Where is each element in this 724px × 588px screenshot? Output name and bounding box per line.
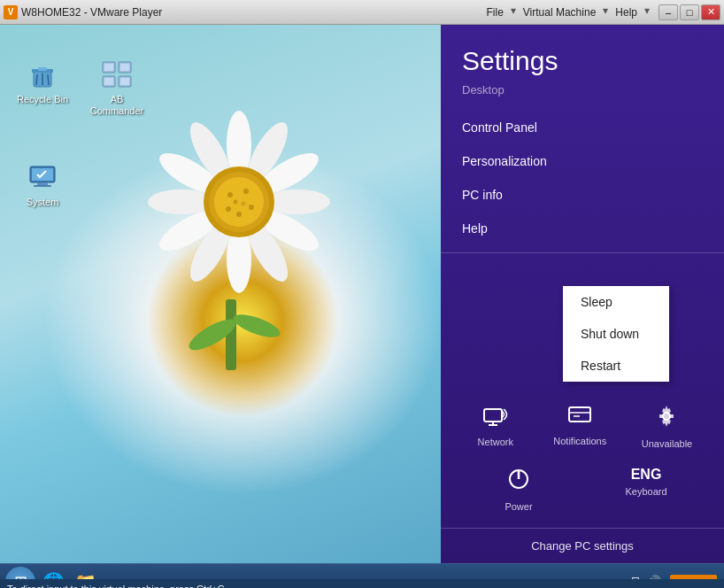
settings-title: Settings xyxy=(441,25,724,83)
keyboard-label: Keyboard xyxy=(625,486,666,497)
network-button[interactable]: Network xyxy=(467,398,524,453)
help-menu[interactable]: Help xyxy=(610,4,643,20)
status-text: To direct input to this virtual machine,… xyxy=(7,584,227,588)
gear-icon xyxy=(654,404,679,435)
power-keyboard-row: Power ENG Keyboard xyxy=(441,461,724,524)
vm-menu[interactable]: Virtual Machine xyxy=(518,4,602,20)
keyboard-icon: ENG xyxy=(631,467,662,483)
svg-rect-44 xyxy=(484,409,502,422)
change-pc-settings[interactable]: Change PC settings xyxy=(441,528,724,563)
svg-rect-35 xyxy=(120,64,129,71)
svg-line-29 xyxy=(36,74,37,85)
unavailable-button[interactable]: Unavailable xyxy=(636,398,697,454)
status-bar: To direct input to this virtual machine,… xyxy=(0,579,724,588)
settings-panel: Settings Desktop Control Panel Personali… xyxy=(441,25,724,563)
recycle-bin-icon[interactable]: Recycle Bin xyxy=(11,53,74,109)
svg-rect-43 xyxy=(34,185,51,187)
control-panel-item[interactable]: Control Panel xyxy=(441,111,724,144)
svg-rect-28 xyxy=(38,67,47,71)
ab-commander-label: AB Commander xyxy=(90,94,144,117)
main-content: Recycle Bin AB Commander xyxy=(0,25,724,563)
recycle-bin-label: Recycle Bin xyxy=(17,94,68,105)
notifications-button[interactable]: Notifications xyxy=(548,398,612,452)
svg-point-25 xyxy=(242,202,246,206)
window-title: W8HOME32 - VMware Player xyxy=(21,6,481,19)
power-label: Power xyxy=(504,501,532,512)
notifications-icon xyxy=(567,404,592,432)
menu-bar: File ▾ Virtual Machine ▾ Help ▾ xyxy=(481,4,650,20)
svg-point-22 xyxy=(236,212,242,217)
system-icon[interactable]: System xyxy=(11,156,74,212)
notifications-label: Notifications xyxy=(553,436,606,446)
svg-point-21 xyxy=(249,205,254,210)
window-controls: – □ ✕ xyxy=(659,4,720,20)
system-image xyxy=(25,159,60,195)
taskbar-container: ⊞ 🌐 📁 🖥 🔊 vmware To direct input to this… xyxy=(0,563,724,588)
vmware-icon: V xyxy=(4,5,18,19)
desktop: Recycle Bin AB Commander xyxy=(0,25,441,563)
ab-commander-icon[interactable]: AB Commander xyxy=(85,53,149,120)
svg-line-31 xyxy=(48,74,49,85)
svg-rect-39 xyxy=(120,78,129,85)
svg-rect-47 xyxy=(569,407,590,422)
shutdown-option[interactable]: Shut down xyxy=(563,318,669,350)
svg-point-20 xyxy=(243,189,249,194)
power-flyout: Sleep Shut down Restart xyxy=(563,286,669,382)
ab-commander-image xyxy=(99,57,135,92)
svg-point-23 xyxy=(226,206,231,212)
svg-point-24 xyxy=(234,200,238,205)
minimize-button[interactable]: – xyxy=(659,4,678,20)
svg-point-3 xyxy=(231,310,283,342)
sleep-option[interactable]: Sleep xyxy=(563,286,669,318)
restart-option[interactable]: Restart xyxy=(563,350,669,382)
help-item[interactable]: Help xyxy=(441,212,724,245)
svg-rect-42 xyxy=(37,182,48,185)
unavailable-label: Unavailable xyxy=(642,438,692,449)
network-icon xyxy=(482,404,509,433)
svg-point-19 xyxy=(227,192,233,197)
maximize-button[interactable]: □ xyxy=(680,4,699,20)
personalization-item[interactable]: Personalization xyxy=(441,144,724,178)
svg-rect-33 xyxy=(104,64,113,71)
pc-info-item[interactable]: PC info xyxy=(441,178,724,212)
settings-divider xyxy=(441,252,724,253)
recycle-bin-image xyxy=(25,57,60,92)
network-label: Network xyxy=(478,437,513,447)
settings-subtitle: Desktop xyxy=(441,83,724,111)
keyboard-button[interactable]: ENG Keyboard xyxy=(618,461,674,517)
svg-rect-37 xyxy=(104,78,113,85)
power-button[interactable]: Power xyxy=(490,461,547,517)
svg-point-18 xyxy=(214,177,264,227)
power-icon xyxy=(506,467,531,498)
bottom-icons-row: Network Notifications xyxy=(441,381,724,461)
file-menu[interactable]: File xyxy=(481,4,508,20)
close-button[interactable]: ✕ xyxy=(701,4,720,20)
title-bar: V W8HOME32 - VMware Player File ▾ Virtua… xyxy=(0,0,724,25)
system-label: System xyxy=(27,197,59,208)
